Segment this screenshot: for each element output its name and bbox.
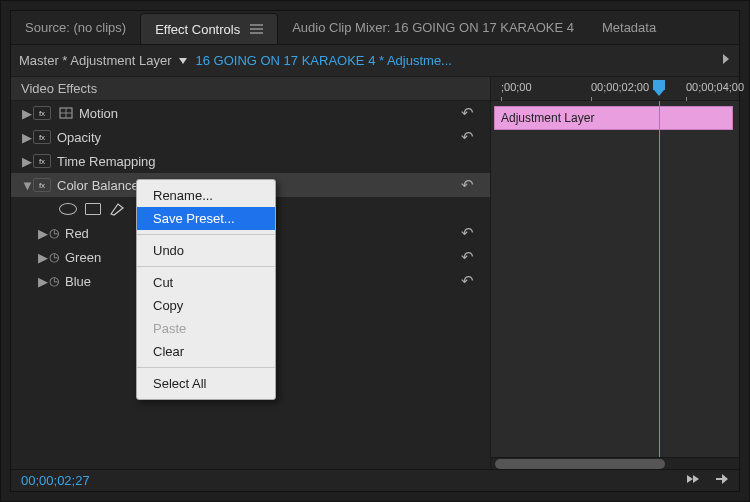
open-timeline-icon[interactable] bbox=[721, 53, 731, 68]
svg-marker-9 bbox=[693, 475, 699, 483]
menu-clear[interactable]: Clear bbox=[137, 340, 275, 363]
mask-pen-icon[interactable] bbox=[109, 202, 125, 216]
timeline-panel: ;00;00 00;00;02;00 00;00;04;00 Adjustmen… bbox=[491, 77, 739, 469]
video-effects-label: Video Effects bbox=[21, 81, 97, 96]
effect-controls-panel: Video Effects ▶ fx Motion ↶ ▶ fx Opacity… bbox=[11, 77, 491, 469]
param-blue-label: Blue bbox=[65, 274, 91, 289]
toggle-view-icon[interactable] bbox=[685, 473, 701, 488]
reset-icon[interactable]: ↶ bbox=[458, 104, 476, 122]
twirl-icon[interactable]: ▶ bbox=[37, 250, 49, 265]
clip-name: 16 GOING ON 17 KARAOKE 4 * Adjustme... bbox=[195, 53, 715, 68]
menu-separator bbox=[137, 234, 275, 235]
tab-source[interactable]: Source: (no clips) bbox=[11, 11, 140, 44]
effect-motion-label: Motion bbox=[79, 106, 118, 121]
effect-opacity-label: Opacity bbox=[57, 130, 101, 145]
scrollbar-thumb[interactable] bbox=[495, 459, 665, 469]
track-area[interactable]: Adjustment Layer bbox=[491, 101, 739, 469]
fx-badge-icon[interactable]: fx bbox=[33, 106, 51, 120]
param-red-label: Red bbox=[65, 226, 89, 241]
reset-icon[interactable]: ↶ bbox=[458, 272, 476, 290]
stopwatch-icon[interactable]: ◷ bbox=[49, 226, 59, 240]
master-dropdown-icon[interactable] bbox=[177, 57, 189, 65]
clip-label: Adjustment Layer bbox=[501, 111, 594, 125]
tab-audio-mixer-label: Audio Clip Mixer: 16 GOING ON 17 KARAOKE… bbox=[292, 20, 574, 35]
effect-time-remapping[interactable]: ▶ fx Time Remapping bbox=[11, 149, 490, 173]
menu-separator bbox=[137, 367, 275, 368]
ruler-tick-1: 00;00;02;00 bbox=[591, 81, 649, 93]
svg-marker-8 bbox=[687, 475, 693, 483]
adjustment-layer-clip[interactable]: Adjustment Layer bbox=[494, 106, 733, 130]
svg-marker-3 bbox=[179, 58, 187, 64]
menu-separator bbox=[137, 266, 275, 267]
menu-undo[interactable]: Undo bbox=[137, 239, 275, 262]
tab-source-label: Source: (no clips) bbox=[25, 20, 126, 35]
twirl-icon[interactable]: ▶ bbox=[37, 226, 49, 241]
panel-tabs: Source: (no clips) Effect Controls Audio… bbox=[11, 11, 739, 45]
reset-icon[interactable]: ↶ bbox=[458, 248, 476, 266]
time-ruler[interactable]: ;00;00 00;00;02;00 00;00;04;00 bbox=[491, 77, 739, 101]
effect-opacity[interactable]: ▶ fx Opacity ↶ bbox=[11, 125, 490, 149]
fx-badge-icon[interactable]: fx bbox=[33, 130, 51, 144]
menu-copy[interactable]: Copy bbox=[137, 294, 275, 317]
panel-menu-icon[interactable] bbox=[250, 24, 263, 34]
menu-rename[interactable]: Rename... bbox=[137, 184, 275, 207]
mask-ellipse-icon[interactable] bbox=[59, 203, 77, 215]
context-menu: Rename... Save Preset... Undo Cut Copy P… bbox=[136, 179, 276, 400]
tab-metadata[interactable]: Metadata bbox=[588, 11, 670, 44]
ruler-tick-2: 00;00;04;00 bbox=[686, 81, 744, 93]
twirl-icon[interactable]: ▶ bbox=[21, 154, 33, 169]
master-clip-row: Master * Adjustment Layer 16 GOING ON 17… bbox=[11, 45, 739, 77]
horizontal-scrollbar[interactable] bbox=[491, 457, 739, 469]
tab-metadata-label: Metadata bbox=[602, 20, 656, 35]
video-effects-header: Video Effects bbox=[11, 77, 490, 101]
share-icon[interactable] bbox=[715, 473, 729, 488]
param-green-label: Green bbox=[65, 250, 101, 265]
fx-badge-icon[interactable]: fx bbox=[33, 154, 51, 168]
twirl-open-icon[interactable]: ▼ bbox=[21, 178, 33, 193]
menu-paste: Paste bbox=[137, 317, 275, 340]
stopwatch-icon[interactable]: ◷ bbox=[49, 274, 59, 288]
status-bar: 00;00;02;27 bbox=[11, 469, 739, 491]
ruler-tick-0: ;00;00 bbox=[501, 81, 532, 93]
tab-effect-controls-label: Effect Controls bbox=[155, 22, 240, 37]
svg-marker-4 bbox=[723, 54, 729, 64]
menu-save-preset[interactable]: Save Preset... bbox=[137, 207, 275, 230]
twirl-icon[interactable]: ▶ bbox=[21, 106, 33, 121]
stopwatch-icon[interactable]: ◷ bbox=[49, 250, 59, 264]
master-prefix: Master * Adjustment Layer bbox=[19, 53, 171, 68]
mask-rect-icon[interactable] bbox=[85, 203, 101, 215]
fx-badge-icon[interactable]: fx bbox=[33, 178, 51, 192]
reset-icon[interactable]: ↶ bbox=[458, 128, 476, 146]
effect-time-remapping-label: Time Remapping bbox=[57, 154, 156, 169]
reset-icon[interactable]: ↶ bbox=[458, 176, 476, 194]
playhead-indicator-icon[interactable] bbox=[653, 80, 665, 90]
twirl-icon[interactable]: ▶ bbox=[21, 130, 33, 145]
menu-cut[interactable]: Cut bbox=[137, 271, 275, 294]
reset-icon[interactable]: ↶ bbox=[458, 224, 476, 242]
effect-motion[interactable]: ▶ fx Motion ↶ bbox=[11, 101, 490, 125]
twirl-icon[interactable]: ▶ bbox=[37, 274, 49, 289]
current-timecode[interactable]: 00;00;02;27 bbox=[21, 473, 90, 488]
menu-select-all[interactable]: Select All bbox=[137, 372, 275, 395]
tab-effect-controls[interactable]: Effect Controls bbox=[140, 13, 278, 44]
tab-audio-mixer[interactable]: Audio Clip Mixer: 16 GOING ON 17 KARAOKE… bbox=[278, 11, 588, 44]
motion-transform-icon bbox=[57, 107, 75, 119]
